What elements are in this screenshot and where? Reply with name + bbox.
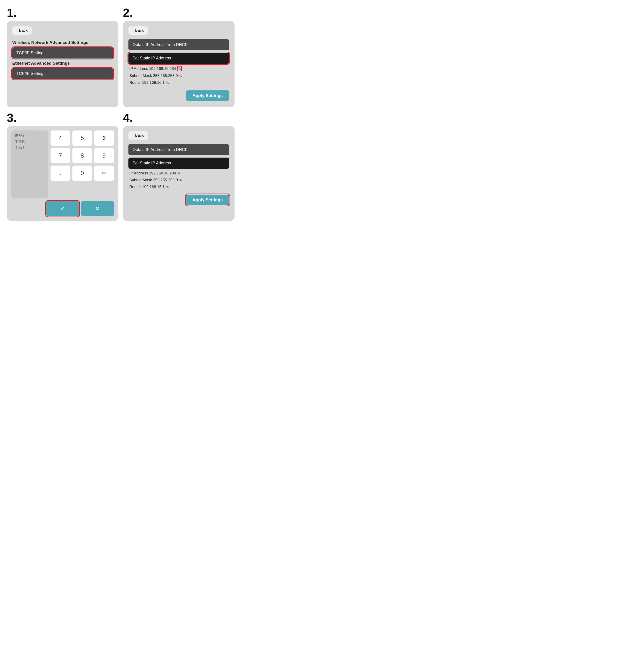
- step-1-back-label: Back: [19, 28, 27, 33]
- subnet-value: 255.255.255.0: [153, 74, 178, 78]
- key-5[interactable]: 5: [73, 130, 92, 146]
- step4-subnet-label: Subnet Mask: [129, 178, 152, 182]
- step-2-back-button[interactable]: ‹ Back: [128, 26, 148, 35]
- step4-ip-address-value: 192.168.16.234: [149, 171, 176, 176]
- step-4-back-label: Back: [135, 133, 144, 138]
- numpad-action-row: ✓ ✕: [11, 201, 114, 216]
- ip-address-label: IP Address: [129, 67, 148, 71]
- step-2-number: 2.: [123, 7, 234, 19]
- step-3-panel: IP 地址 字 掌机 各 品 1 4 5 6 7 8 9 . 0 ⇦: [7, 126, 118, 221]
- step-2-back-label: Back: [135, 28, 144, 33]
- wireless-section-title: Wireless Network Advanced Settings: [12, 40, 113, 45]
- key-9[interactable]: 9: [94, 148, 114, 163]
- router-value: 192.168.16.1: [142, 80, 165, 85]
- step-1-back-button[interactable]: ‹ Back: [12, 26, 32, 35]
- numpad-ip-label: IP 地址: [15, 134, 44, 138]
- step-4: 4. ‹ Back Obtain IP Address from DHCP Se…: [123, 112, 234, 221]
- key-7[interactable]: 7: [50, 148, 70, 163]
- ethernet-section-title: Ethernet Advanced Settings: [12, 61, 113, 66]
- step4-router-edit-icon[interactable]: ✎: [166, 185, 169, 189]
- step-1: 1. ‹ Back Wireless Network Advanced Sett…: [7, 7, 118, 107]
- dhcp-button[interactable]: Obtain IP Address from DHCP: [128, 39, 229, 50]
- step4-subnet-mask-row: Subnet Mask 255.255.255.0 ✎: [128, 178, 229, 182]
- static-ip-button[interactable]: Set Static IP Address: [128, 52, 229, 64]
- subnet-label: Subnet Mask: [129, 74, 152, 78]
- key-6[interactable]: 6: [94, 130, 114, 146]
- step-4-number: 4.: [123, 112, 234, 124]
- step4-router-label: Router: [129, 185, 141, 189]
- key-0[interactable]: 0: [73, 166, 92, 181]
- step4-ip-address-label: IP Address: [129, 171, 148, 176]
- step4-router-row: Router 192.168.16.1 ✎: [128, 185, 229, 189]
- step4-subnet-edit-icon[interactable]: ✎: [179, 178, 182, 182]
- step-4-apply-button[interactable]: Apply Settings: [186, 195, 229, 205]
- step-2-apply-button[interactable]: Apply Settings: [186, 90, 229, 101]
- step-4-back-button[interactable]: ‹ Back: [128, 131, 148, 139]
- step-4-panel: ‹ Back Obtain IP Address from DHCP Set S…: [123, 126, 234, 221]
- step-3-number: 3.: [7, 112, 118, 124]
- key-4[interactable]: 4: [50, 130, 70, 146]
- step4-router-value: 192.168.16.1: [142, 185, 165, 189]
- numpad-ip-value: 字 掌机: [15, 139, 44, 144]
- numpad-info-area: IP 地址 字 掌机 各 品 1: [11, 130, 48, 198]
- key-8[interactable]: 8: [73, 148, 92, 163]
- key-backspace[interactable]: ⇦: [94, 166, 114, 181]
- ip-address-value: 192.168.16.234: [149, 67, 176, 71]
- back-chevron-icon: ‹: [16, 28, 17, 32]
- cancel-button[interactable]: ✕: [81, 201, 114, 216]
- ip-address-row: IP Address 192.168.16.234 ✎: [128, 66, 229, 71]
- step4-static-ip-button[interactable]: Set Static IP Address: [128, 157, 229, 169]
- router-label: Router: [129, 80, 141, 85]
- step-2: 2. ‹ Back Obtain IP Address from DHCP Se…: [123, 7, 234, 107]
- step-1-number: 1.: [7, 7, 118, 19]
- ethernet-tcpip-button[interactable]: TCP/IP Setting: [12, 68, 113, 79]
- confirm-button[interactable]: ✓: [46, 201, 79, 216]
- main-grid: 1. ‹ Back Wireless Network Advanced Sett…: [7, 7, 234, 221]
- ip-edit-icon[interactable]: ✎: [178, 66, 182, 71]
- subnet-edit-icon[interactable]: ✎: [179, 74, 182, 78]
- numpad-keys-area: 4 5 6 7 8 9 . 0 ⇦: [50, 130, 114, 198]
- step-2-back-chevron-icon: ‹: [132, 28, 134, 32]
- step-2-panel: ‹ Back Obtain IP Address from DHCP Set S…: [123, 21, 234, 107]
- step4-ip-address-row: IP Address 192.168.16.234 ✎: [128, 171, 229, 176]
- numpad-subnet-value: 各 品 1: [15, 145, 44, 149]
- step4-ip-edit-icon[interactable]: ✎: [178, 171, 180, 176]
- subnet-mask-row: Subnet Mask 255.255.255.0 ✎: [128, 74, 229, 78]
- router-edit-icon[interactable]: ✎: [166, 81, 169, 85]
- router-row: Router 192.168.16.1 ✎: [128, 80, 229, 85]
- step-3: 3. IP 地址 字 掌机 各 品 1 4 5 6 7 8 9 .: [7, 112, 118, 221]
- step4-dhcp-button[interactable]: Obtain IP Address from DHCP: [128, 144, 229, 155]
- numpad-top-area: IP 地址 字 掌机 各 品 1 4 5 6 7 8 9 . 0 ⇦: [11, 130, 114, 198]
- key-dot[interactable]: .: [50, 166, 70, 181]
- step-4-back-chevron-icon: ‹: [132, 133, 134, 137]
- step4-subnet-value: 255.255.255.0: [153, 178, 178, 182]
- wireless-tcpip-button[interactable]: TCP/IP Setting: [12, 47, 113, 59]
- step-1-panel: ‹ Back Wireless Network Advanced Setting…: [7, 21, 118, 107]
